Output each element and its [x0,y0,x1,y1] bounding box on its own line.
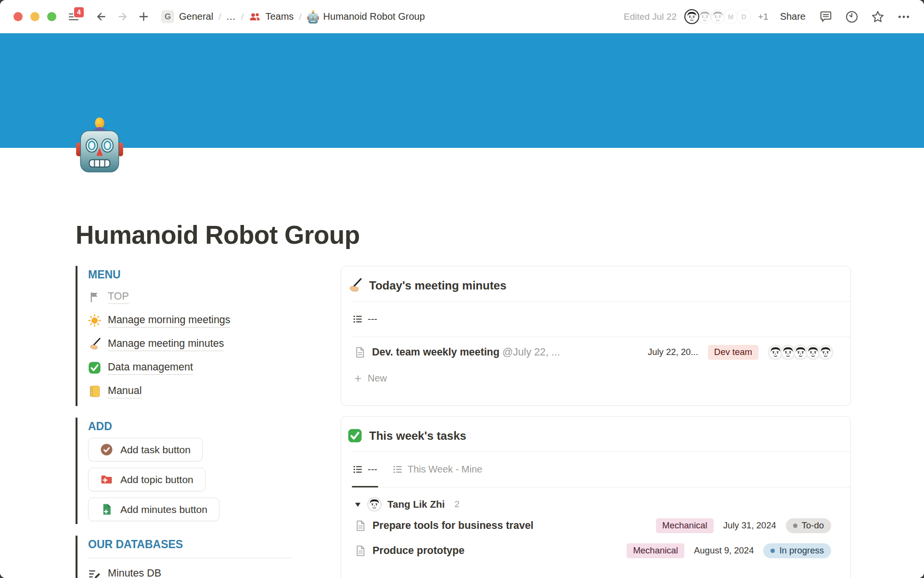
sun-icon [88,314,101,327]
add-task-label: Add task button [120,444,191,456]
list-view-icon [393,464,403,474]
menu-heading: MENU [88,268,328,281]
zoom-window-button[interactable] [47,12,56,21]
tasks-view-bar: --- This Week - Mine [353,452,850,487]
meeting-date: July 22, 20... [648,347,698,357]
menu-section: MENU TOP Manage morning meetings Manage … [76,266,328,406]
minutes-card-title: Today's meeting minutes [369,279,506,292]
menu-link-label: Manage meeting minutes [108,338,224,351]
page-content: Humanoid Robot Group MENU TOP Manage mor… [0,148,924,578]
close-window-button[interactable] [13,12,23,21]
attendee-avatars [768,345,833,360]
menu-link-manual[interactable]: Manual [88,380,328,403]
forward-button[interactable] [115,10,129,24]
tasks-view-label: This Week - Mine [408,464,482,475]
tasks-view-tab-this-week-mine[interactable]: This Week - Mine [393,452,482,487]
add-topic-button[interactable]: Add topic button [88,468,205,491]
breadcrumb-teams[interactable]: Teams [249,11,294,23]
comments-icon[interactable] [819,10,833,24]
folder-plus-icon [100,473,113,486]
page-title[interactable]: Humanoid Robot Group [76,220,851,250]
status-dot-icon [793,524,797,528]
share-button[interactable]: Share [780,11,806,22]
file-plus-icon [100,503,113,516]
list-view-icon [353,314,363,324]
assignee-group-toggle[interactable]: Tang Lik Zhi 2 [354,498,850,511]
robot-page-icon [307,10,319,24]
minutes-view-label: --- [368,314,377,325]
breadcrumb-teams-label: Teams [265,11,294,22]
more-options-icon[interactable] [897,10,911,24]
menu-link-label: Data management [108,361,193,375]
status-badge: In progress [763,543,831,558]
tasks-card-title: This week's tasks [369,429,466,443]
avatar-initial: D [736,9,751,24]
add-topic-label: Add topic button [120,474,193,486]
menu-link-top[interactable]: TOP [88,285,328,309]
add-heading: ADD [88,420,328,433]
task-title: Prepare tools for business travel [372,520,534,532]
notification-badge: 4 [73,6,85,18]
breadcrumb-workspace[interactable]: General [179,11,213,22]
back-button[interactable] [94,10,108,24]
team-tag: Dev team [708,345,758,360]
minutes-db-label: Minutes DB [108,567,161,578]
list-view-icon [353,464,363,474]
task-check-icon [100,443,113,456]
flag-icon [88,290,101,303]
meeting-row[interactable]: Dev. team weekly meeting @July 22, ... J… [354,337,850,367]
new-row-label: New [368,373,387,384]
traffic-lights [13,12,56,21]
avatar [818,345,833,360]
breadcrumb-page[interactable]: Humanoid Robot Group [307,10,425,24]
page-doc-icon [354,520,366,532]
new-tab-button[interactable] [136,10,151,24]
group-count: 2 [454,499,460,510]
menu-link-morning-meetings[interactable]: Manage morning meetings [88,309,328,332]
breadcrumb-ellipsis[interactable]: ... [226,11,236,22]
add-minutes-button[interactable]: Add minutes button [88,498,219,521]
menu-link-meeting-minutes[interactable]: Manage meeting minutes [88,332,328,356]
task-row-properties: Mechanical July 31, 2024 To-do [656,518,831,533]
add-minutes-label: Add minutes button [120,504,207,515]
titlebar: 4 G General / ... / Teams / Humanoid Rob… [0,0,924,33]
sidebar-toggle-icon[interactable]: 4 [69,12,79,22]
plus-icon [354,374,362,383]
main-column: Today's meeting minutes --- Dev. team we… [341,266,851,578]
workspace-initial-chip[interactable]: G [161,10,174,23]
robot-page-icon-large[interactable] [75,117,124,173]
viewer-avatars[interactable]: M D [684,9,751,24]
page-cover[interactable] [0,33,924,148]
avatar-more-count[interactable]: +1 [758,12,769,22]
task-row[interactable]: Produce prototype Mechanical August 9, 2… [354,538,850,563]
new-row-button[interactable]: New [354,367,850,390]
menu-link-label: TOP [108,290,129,304]
avatar [684,9,699,24]
task-row[interactable]: Prepare tools for business travel Mechan… [354,513,850,538]
add-task-button[interactable]: Add task button [88,438,203,461]
databases-heading: OUR DATABASES [88,538,328,551]
menu-column: MENU TOP Manage morning meetings Manage … [76,266,328,578]
minutes-db-link[interactable]: Minutes DB [88,562,328,578]
tasks-view-tab-default[interactable]: --- [353,452,377,487]
meeting-title: Dev. team weekly meeting @July 22, ... [372,346,560,358]
updates-clock-icon[interactable] [845,10,859,24]
menu-link-data-management[interactable]: Data management [88,356,328,380]
databases-section: OUR DATABASES Minutes DB [76,536,328,578]
edited-timestamp: Edited Jul 22 [624,12,677,22]
chevron-down-icon [354,501,361,508]
meeting-date-mention: @July 22, ... [502,346,560,358]
due-date: July 31, 2024 [723,520,776,531]
status-badge: To-do [786,518,831,533]
tasks-view-label: --- [368,464,377,475]
status-label: To-do [802,520,824,531]
minimize-window-button[interactable] [30,12,39,21]
favorite-star-icon[interactable] [871,10,885,24]
minutes-view-tab[interactable]: --- [353,302,377,337]
database-edit-icon [88,567,101,578]
breadcrumb-separator: / [241,12,244,22]
status-dot-icon [770,549,775,553]
meeting-row-properties: July 22, 20... Dev team [648,345,833,360]
task-title: Produce prototype [372,545,464,557]
assignee-avatar [368,498,381,511]
